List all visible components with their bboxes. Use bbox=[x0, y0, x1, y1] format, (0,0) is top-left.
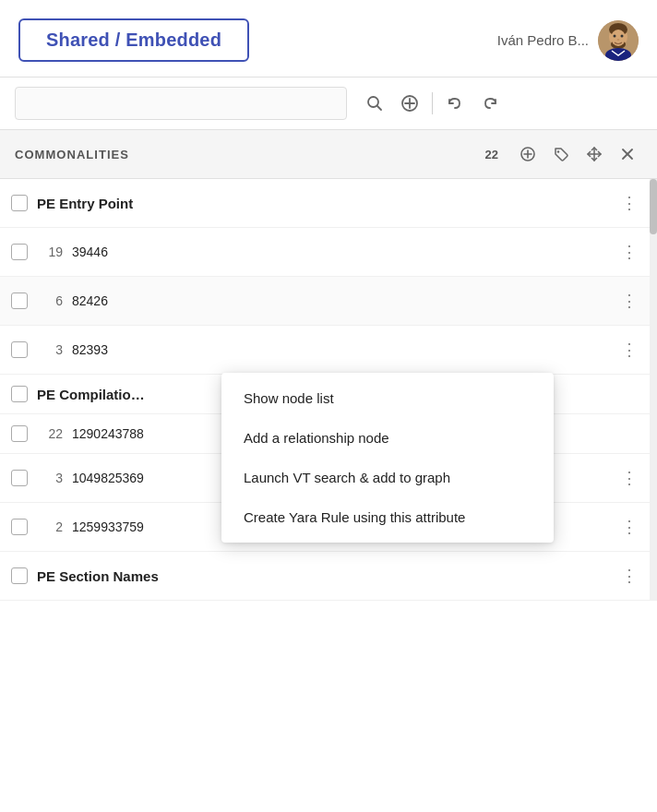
context-menu-launch-vt-search[interactable]: Launch VT search & add to graph bbox=[221, 458, 554, 497]
scrollbar-track bbox=[650, 179, 657, 601]
scrollbar-thumb[interactable] bbox=[650, 179, 657, 234]
close-icon bbox=[619, 146, 636, 162]
row-menu-button[interactable]: ⋮ bbox=[616, 190, 642, 216]
tag-icon bbox=[553, 146, 569, 162]
panel-tag-button[interactable] bbox=[546, 139, 576, 169]
item-label: 82393 bbox=[72, 342, 616, 357]
item-count: 19 bbox=[37, 245, 63, 259]
row-menu-button[interactable]: ⋮ bbox=[616, 514, 642, 540]
row-checkbox[interactable] bbox=[11, 470, 28, 486]
row-checkbox[interactable] bbox=[11, 567, 28, 584]
item-count: 3 bbox=[37, 471, 63, 485]
search-button[interactable] bbox=[358, 87, 391, 120]
header: Shared / Embedded Iván Pedro B... bbox=[0, 0, 657, 78]
item-label: 39446 bbox=[72, 245, 616, 259]
row-checkbox[interactable] bbox=[11, 244, 28, 260]
user-name: Iván Pedro B... bbox=[497, 32, 589, 48]
panel-actions bbox=[513, 139, 642, 169]
row-checkbox[interactable] bbox=[11, 386, 28, 402]
toolbar-icons bbox=[358, 87, 507, 120]
panel-header: COMMONALITIES 22 bbox=[0, 130, 657, 179]
add-button[interactable] bbox=[393, 87, 426, 120]
item-count: 3 bbox=[37, 342, 63, 357]
item-label: 82426 bbox=[72, 293, 616, 308]
context-menu-show-node-list[interactable]: Show node list bbox=[221, 378, 554, 418]
svg-point-9 bbox=[368, 97, 378, 107]
toolbar-divider bbox=[432, 92, 433, 114]
panel-add-icon bbox=[520, 146, 536, 162]
redo-icon bbox=[481, 94, 499, 113]
search-area bbox=[15, 87, 347, 120]
row-menu-button[interactable]: ⋮ bbox=[616, 239, 642, 265]
item-label: PE Entry Point bbox=[37, 196, 616, 211]
svg-line-10 bbox=[377, 106, 381, 110]
list-item: PE Entry Point ⋮ bbox=[0, 179, 657, 228]
item-count: 6 bbox=[37, 293, 63, 308]
row-menu-button[interactable]: ⋮ bbox=[616, 563, 642, 589]
item-count: 2 bbox=[37, 519, 63, 534]
move-icon bbox=[586, 146, 603, 162]
panel-title: COMMONALITIES bbox=[15, 148, 480, 161]
undo-icon bbox=[446, 94, 464, 113]
panel-count: 22 bbox=[485, 148, 498, 161]
svg-point-5 bbox=[614, 34, 616, 37]
item-count: 22 bbox=[37, 426, 63, 441]
row-menu-button[interactable]: ⋮ bbox=[616, 288, 642, 314]
row-menu-button[interactable]: ⋮ bbox=[616, 337, 642, 363]
row-checkbox[interactable] bbox=[11, 195, 28, 211]
list-item: PE Section Names ⋮ bbox=[0, 552, 657, 601]
list-item: 3 82393 ⋮ bbox=[0, 326, 657, 375]
shared-embedded-button[interactable]: Shared / Embedded bbox=[18, 18, 249, 62]
item-label: PE Section Names bbox=[37, 568, 616, 584]
list-item: 6 82426 ⋮ bbox=[0, 277, 657, 326]
redo-button[interactable] bbox=[473, 87, 507, 120]
svg-point-6 bbox=[621, 34, 624, 37]
row-checkbox[interactable] bbox=[11, 341, 28, 358]
avatar bbox=[598, 20, 639, 61]
toolbar bbox=[0, 78, 657, 130]
context-menu: Show node list Add a relationship node L… bbox=[221, 373, 554, 543]
panel-move-button[interactable] bbox=[579, 139, 609, 169]
row-checkbox[interactable] bbox=[11, 293, 28, 309]
avatar-image bbox=[598, 20, 639, 61]
search-icon bbox=[365, 94, 384, 113]
add-circle-icon bbox=[400, 94, 419, 113]
row-menu-button[interactable]: ⋮ bbox=[616, 465, 642, 491]
user-area: Iván Pedro B... bbox=[497, 20, 639, 61]
row-checkbox[interactable] bbox=[11, 425, 28, 442]
context-menu-add-relationship[interactable]: Add a relationship node bbox=[221, 418, 554, 458]
undo-button[interactable] bbox=[438, 87, 472, 120]
row-checkbox[interactable] bbox=[11, 519, 28, 535]
list-area: PE Entry Point ⋮ 19 39446 ⋮ 6 82426 ⋮ Sh… bbox=[0, 179, 657, 601]
svg-point-17 bbox=[557, 150, 559, 152]
svg-point-7 bbox=[617, 39, 620, 41]
panel-add-button[interactable] bbox=[513, 139, 543, 169]
panel-close-button[interactable] bbox=[613, 139, 642, 169]
list-item: 19 39446 ⋮ bbox=[0, 228, 657, 277]
context-menu-create-yara-rule[interactable]: Create Yara Rule using this attribute bbox=[221, 497, 554, 537]
